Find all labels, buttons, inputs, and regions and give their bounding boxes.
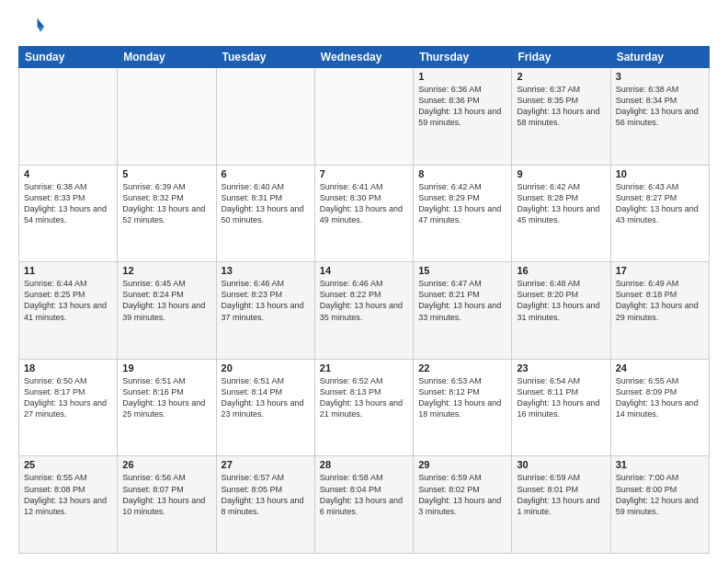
day-cell: 14Sunrise: 6:46 AMSunset: 8:22 PMDayligh… xyxy=(314,262,413,360)
day-info: Sunrise: 6:49 AMSunset: 8:18 PMDaylight:… xyxy=(616,278,704,323)
day-cell xyxy=(314,68,413,166)
day-cell: 11Sunrise: 6:44 AMSunset: 8:25 PMDayligh… xyxy=(19,262,118,360)
day-cell: 18Sunrise: 6:50 AMSunset: 8:17 PMDayligh… xyxy=(19,359,118,456)
day-cell: 31Sunrise: 7:00 AMSunset: 8:00 PMDayligh… xyxy=(610,456,709,554)
day-info: Sunrise: 6:50 AMSunset: 8:17 PMDaylight:… xyxy=(24,375,112,420)
day-info: Sunrise: 6:48 AMSunset: 8:20 PMDaylight:… xyxy=(517,278,605,323)
day-cell: 19Sunrise: 6:51 AMSunset: 8:16 PMDayligh… xyxy=(118,359,216,456)
day-cell: 24Sunrise: 6:55 AMSunset: 8:09 PMDayligh… xyxy=(610,359,709,456)
day-number: 25 xyxy=(24,459,112,470)
day-number: 23 xyxy=(517,362,605,373)
day-info: Sunrise: 6:47 AMSunset: 8:21 PMDaylight:… xyxy=(418,278,506,323)
day-number: 10 xyxy=(616,168,704,179)
logo xyxy=(18,15,48,40)
day-info: Sunrise: 6:57 AMSunset: 8:05 PMDaylight:… xyxy=(222,472,310,517)
svg-marker-0 xyxy=(38,18,44,27)
day-info: Sunrise: 6:46 AMSunset: 8:23 PMDaylight:… xyxy=(222,278,310,323)
day-cell: 13Sunrise: 6:46 AMSunset: 8:23 PMDayligh… xyxy=(216,262,314,360)
day-info: Sunrise: 6:45 AMSunset: 8:24 PMDaylight:… xyxy=(122,278,210,323)
week-row-5: 25Sunrise: 6:55 AMSunset: 8:08 PMDayligh… xyxy=(19,456,710,554)
day-number: 20 xyxy=(222,362,310,373)
day-info: Sunrise: 6:55 AMSunset: 8:09 PMDaylight:… xyxy=(616,375,704,420)
day-cell: 22Sunrise: 6:53 AMSunset: 8:12 PMDayligh… xyxy=(414,359,512,456)
day-cell: 1Sunrise: 6:36 AMSunset: 8:36 PMDaylight… xyxy=(414,68,512,166)
day-info: Sunrise: 6:46 AMSunset: 8:22 PMDaylight:… xyxy=(320,278,408,323)
day-number: 11 xyxy=(24,265,112,276)
day-number: 24 xyxy=(616,362,704,373)
day-number: 8 xyxy=(418,168,506,179)
day-cell: 21Sunrise: 6:52 AMSunset: 8:13 PMDayligh… xyxy=(314,359,413,456)
day-cell: 30Sunrise: 6:59 AMSunset: 8:01 PMDayligh… xyxy=(512,456,610,554)
day-number: 17 xyxy=(616,265,704,276)
logo-icon xyxy=(18,15,44,40)
day-info: Sunrise: 6:41 AMSunset: 8:30 PMDaylight:… xyxy=(320,181,408,226)
day-number: 31 xyxy=(616,459,704,470)
day-info: Sunrise: 6:43 AMSunset: 8:27 PMDaylight:… xyxy=(616,181,704,226)
day-info: Sunrise: 6:51 AMSunset: 8:16 PMDaylight:… xyxy=(122,375,210,420)
day-cell: 9Sunrise: 6:42 AMSunset: 8:28 PMDaylight… xyxy=(512,165,610,262)
day-info: Sunrise: 6:53 AMSunset: 8:12 PMDaylight:… xyxy=(418,375,506,420)
header-day-sunday: Sunday xyxy=(19,47,118,68)
day-cell: 6Sunrise: 6:40 AMSunset: 8:31 PMDaylight… xyxy=(216,165,314,262)
day-cell: 8Sunrise: 6:42 AMSunset: 8:29 PMDaylight… xyxy=(414,165,512,262)
header-day-saturday: Saturday xyxy=(610,47,709,68)
day-cell: 15Sunrise: 6:47 AMSunset: 8:21 PMDayligh… xyxy=(414,262,512,360)
header-day-friday: Friday xyxy=(512,47,610,68)
day-number: 22 xyxy=(418,362,506,373)
week-row-3: 11Sunrise: 6:44 AMSunset: 8:25 PMDayligh… xyxy=(19,262,710,360)
day-number: 19 xyxy=(122,362,210,373)
header-day-thursday: Thursday xyxy=(414,47,512,68)
day-number: 5 xyxy=(122,168,210,179)
header-day-tuesday: Tuesday xyxy=(216,47,314,68)
day-info: Sunrise: 6:40 AMSunset: 8:31 PMDaylight:… xyxy=(222,181,310,226)
svg-marker-1 xyxy=(38,27,44,32)
day-number: 1 xyxy=(418,71,506,82)
day-info: Sunrise: 6:52 AMSunset: 8:13 PMDaylight:… xyxy=(320,375,408,420)
day-number: 6 xyxy=(222,168,310,179)
calendar-header: SundayMondayTuesdayWednesdayThursdayFrid… xyxy=(19,47,710,68)
day-cell: 3Sunrise: 6:38 AMSunset: 8:34 PMDaylight… xyxy=(610,68,709,166)
day-cell xyxy=(19,68,118,166)
day-cell: 25Sunrise: 6:55 AMSunset: 8:08 PMDayligh… xyxy=(19,456,118,554)
calendar-body: 1Sunrise: 6:36 AMSunset: 8:36 PMDaylight… xyxy=(19,68,710,554)
day-cell: 27Sunrise: 6:57 AMSunset: 8:05 PMDayligh… xyxy=(216,456,314,554)
day-info: Sunrise: 6:36 AMSunset: 8:36 PMDaylight:… xyxy=(418,84,506,129)
day-number: 12 xyxy=(122,265,210,276)
day-cell: 20Sunrise: 6:51 AMSunset: 8:14 PMDayligh… xyxy=(216,359,314,456)
day-cell: 28Sunrise: 6:58 AMSunset: 8:04 PMDayligh… xyxy=(314,456,413,554)
calendar: SundayMondayTuesdayWednesdayThursdayFrid… xyxy=(18,46,710,554)
header-row: SundayMondayTuesdayWednesdayThursdayFrid… xyxy=(19,47,710,68)
week-row-4: 18Sunrise: 6:50 AMSunset: 8:17 PMDayligh… xyxy=(19,359,710,456)
day-info: Sunrise: 6:37 AMSunset: 8:35 PMDaylight:… xyxy=(517,84,605,129)
day-info: Sunrise: 6:58 AMSunset: 8:04 PMDaylight:… xyxy=(320,472,408,517)
day-info: Sunrise: 6:55 AMSunset: 8:08 PMDaylight:… xyxy=(24,472,112,517)
day-number: 2 xyxy=(517,71,605,82)
day-cell: 29Sunrise: 6:59 AMSunset: 8:02 PMDayligh… xyxy=(414,456,512,554)
day-cell: 26Sunrise: 6:56 AMSunset: 8:07 PMDayligh… xyxy=(118,456,216,554)
day-cell: 2Sunrise: 6:37 AMSunset: 8:35 PMDaylight… xyxy=(512,68,610,166)
day-number: 15 xyxy=(418,265,506,276)
day-number: 27 xyxy=(222,459,310,470)
day-cell xyxy=(118,68,216,166)
day-cell: 7Sunrise: 6:41 AMSunset: 8:30 PMDaylight… xyxy=(314,165,413,262)
day-info: Sunrise: 6:59 AMSunset: 8:01 PMDaylight:… xyxy=(517,472,605,517)
day-info: Sunrise: 7:00 AMSunset: 8:00 PMDaylight:… xyxy=(616,472,704,517)
day-cell: 5Sunrise: 6:39 AMSunset: 8:32 PMDaylight… xyxy=(118,165,216,262)
day-number: 30 xyxy=(517,459,605,470)
header xyxy=(18,15,710,40)
day-number: 18 xyxy=(24,362,112,373)
week-row-2: 4Sunrise: 6:38 AMSunset: 8:33 PMDaylight… xyxy=(19,165,710,262)
day-info: Sunrise: 6:44 AMSunset: 8:25 PMDaylight:… xyxy=(24,278,112,323)
day-number: 14 xyxy=(320,265,408,276)
day-cell: 4Sunrise: 6:38 AMSunset: 8:33 PMDaylight… xyxy=(19,165,118,262)
day-cell: 23Sunrise: 6:54 AMSunset: 8:11 PMDayligh… xyxy=(512,359,610,456)
day-number: 29 xyxy=(418,459,506,470)
day-cell: 12Sunrise: 6:45 AMSunset: 8:24 PMDayligh… xyxy=(118,262,216,360)
day-number: 16 xyxy=(517,265,605,276)
day-info: Sunrise: 6:56 AMSunset: 8:07 PMDaylight:… xyxy=(122,472,210,517)
day-info: Sunrise: 6:54 AMSunset: 8:11 PMDaylight:… xyxy=(517,375,605,420)
header-day-monday: Monday xyxy=(118,47,216,68)
day-cell: 17Sunrise: 6:49 AMSunset: 8:18 PMDayligh… xyxy=(610,262,709,360)
day-number: 21 xyxy=(320,362,408,373)
week-row-1: 1Sunrise: 6:36 AMSunset: 8:36 PMDaylight… xyxy=(19,68,710,166)
